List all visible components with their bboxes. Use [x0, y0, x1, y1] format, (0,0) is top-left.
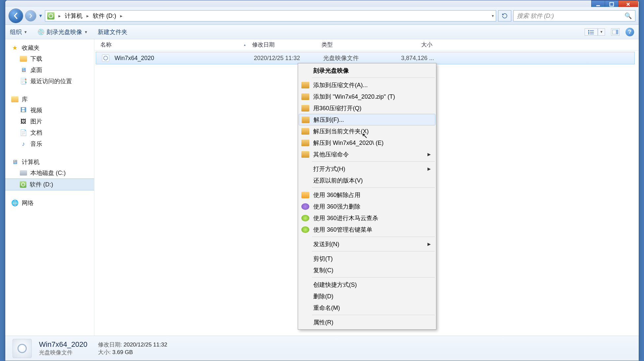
- archive-icon: [301, 105, 309, 112]
- sidebar-documents[interactable]: 📄文档: [5, 127, 94, 138]
- search-input[interactable]: 搜索 软件 (D:) 🔍: [513, 10, 635, 21]
- ctx-extract-named[interactable]: 解压到 Win7x64_2020\ (E): [299, 137, 435, 148]
- 360-icon: [301, 203, 309, 210]
- details-date: 2020/12/25 11:32: [123, 342, 167, 348]
- ctx-add-archive[interactable]: 添加到压缩文件(A)...: [299, 79, 435, 91]
- file-row[interactable]: Win7x64_2020 2020/12/25 11:32 光盘映像文件 3,8…: [96, 52, 635, 64]
- svg-rect-1: [610, 2, 613, 6]
- chevron-right-icon: ▸: [58, 13, 61, 18]
- sidebar-recent[interactable]: 📑最近访问的位置: [5, 76, 94, 87]
- col-name[interactable]: 名称▴: [100, 41, 252, 49]
- navigation-sidebar: ★收藏夹 下载 🖥桌面 📑最近访问的位置 库 🎞视频 🖼图片 📄文档 ♪音乐 🖥…: [5, 39, 94, 336]
- sidebar-drive-c[interactable]: 本地磁盘 (C:): [5, 167, 94, 179]
- col-date[interactable]: 修改日期: [252, 41, 322, 49]
- details-pane: Win7x64_2020 光盘映像文件 修改日期: 2020/12/25 11:…: [5, 336, 639, 361]
- ctx-open-with[interactable]: 打开方式(H)▶: [299, 163, 435, 175]
- help-button[interactable]: ?: [626, 28, 634, 36]
- file-type: 光盘映像文件: [323, 54, 392, 62]
- sidebar-computer[interactable]: 🖥计算机: [5, 157, 94, 167]
- sidebar-libraries[interactable]: 库: [5, 94, 94, 105]
- ctx-delete[interactable]: 删除(D): [299, 290, 435, 302]
- separator: [312, 315, 435, 315]
- chevron-right-icon: ▸: [120, 13, 122, 18]
- chevron-down-icon: ▼: [84, 30, 88, 34]
- file-size: 3,874,126 ...: [392, 55, 439, 62]
- document-icon: 📄: [20, 129, 27, 136]
- burn-disc-button[interactable]: 💿 刻录光盘映像 ▼: [37, 28, 88, 36]
- col-size[interactable]: 大小: [391, 41, 437, 49]
- ctx-burn-disc[interactable]: 刻录光盘映像: [299, 65, 435, 76]
- submenu-arrow-icon: ▶: [427, 242, 431, 246]
- ctx-open-360zip[interactable]: 用360压缩打开(Q): [299, 102, 435, 114]
- svg-rect-0: [596, 5, 600, 6]
- back-button[interactable]: [9, 9, 23, 23]
- separator: [312, 78, 435, 78]
- picture-icon: 🖼: [20, 118, 27, 125]
- ctx-add-zip[interactable]: 添加到 "Win7x64_2020.zip" (T): [299, 91, 435, 102]
- sidebar-drive-d[interactable]: 软件 (D:): [5, 179, 94, 190]
- svg-rect-9: [616, 30, 618, 34]
- organize-menu[interactable]: 组织▼: [10, 28, 27, 36]
- 360-icon: [301, 215, 309, 221]
- svg-rect-6: [588, 33, 589, 34]
- ctx-360-trojan-scan[interactable]: 使用 360进行木马云查杀: [299, 212, 435, 224]
- separator: [312, 161, 435, 162]
- breadcrumb-computer[interactable]: 计算机: [65, 12, 83, 20]
- details-type: 光盘映像文件: [39, 349, 87, 356]
- submenu-arrow-icon: ▶: [427, 166, 431, 171]
- 360-icon: [301, 226, 309, 233]
- forward-button[interactable]: [25, 10, 36, 21]
- refresh-button[interactable]: [498, 10, 511, 21]
- chevron-down-icon: ▼: [24, 30, 27, 34]
- ctx-copy[interactable]: 复制(C): [299, 264, 435, 276]
- star-icon: ★: [11, 44, 18, 51]
- sidebar-videos[interactable]: 🎞视频: [5, 105, 94, 116]
- computer-icon: 🖥: [11, 158, 18, 166]
- ctx-rename[interactable]: 重命名(M): [299, 302, 435, 313]
- submenu-arrow-icon: ▶: [427, 152, 431, 157]
- disc-icon: 💿: [37, 28, 45, 36]
- ctx-restore-version[interactable]: 还原以前的版本(V): [299, 175, 435, 186]
- ctx-360-manage-menu[interactable]: 使用 360管理右键菜单: [299, 224, 435, 235]
- sidebar-music[interactable]: ♪音乐: [5, 138, 94, 149]
- history-dropdown[interactable]: ▾: [38, 13, 43, 19]
- svg-rect-3: [590, 30, 594, 31]
- ctx-properties[interactable]: 属性(R): [299, 316, 435, 328]
- drive-icon: [20, 170, 27, 176]
- sidebar-favorites[interactable]: ★收藏夹: [5, 43, 94, 53]
- sidebar-desktop[interactable]: 🖥桌面: [5, 64, 94, 76]
- library-icon: [11, 96, 18, 102]
- details-title: Win7x64_2020: [39, 340, 87, 349]
- ctx-cut[interactable]: 剪切(T): [299, 253, 435, 264]
- navigation-bar: ▾ ▸ 计算机 ▸ 软件 (D:) ▸ ▾ 搜索 软件 (D:) 🔍: [5, 7, 639, 25]
- video-icon: 🎞: [20, 107, 27, 114]
- search-icon: 🔍: [625, 12, 632, 19]
- ctx-360-unlock[interactable]: 使用 360解除占用: [299, 189, 435, 201]
- breadcrumb-current[interactable]: 软件 (D:): [93, 12, 116, 20]
- ctx-other-zip[interactable]: 其他压缩命令▶: [299, 148, 435, 160]
- ctx-extract-to[interactable]: 解压到(F)...: [299, 114, 435, 125]
- sidebar-network[interactable]: 🌐网络: [5, 198, 94, 208]
- address-dropdown[interactable]: ▾: [492, 14, 494, 18]
- col-type[interactable]: 类型: [322, 41, 391, 49]
- file-thumbnail-icon: [13, 339, 32, 358]
- svg-rect-2: [588, 30, 589, 31]
- sidebar-pictures[interactable]: 🖼图片: [5, 116, 94, 127]
- ctx-create-shortcut[interactable]: 创建快捷方式(S): [299, 279, 435, 290]
- explorer-window: ▾ ▸ 计算机 ▸ 软件 (D:) ▸ ▾ 搜索 软件 (D:) 🔍 组织▼ 💿…: [5, 0, 639, 361]
- ctx-360-force-delete[interactable]: 使用 360强力删除: [299, 201, 435, 212]
- folder-icon: [20, 56, 27, 62]
- 360-icon: [301, 192, 309, 198]
- ctx-extract-here[interactable]: 解压到当前文件夹(X): [299, 125, 435, 137]
- archive-icon: [301, 93, 309, 100]
- view-mode-dropdown[interactable]: ▼: [598, 28, 605, 36]
- new-folder-button[interactable]: 新建文件夹: [98, 28, 127, 36]
- preview-pane-button[interactable]: [611, 28, 620, 36]
- address-bar[interactable]: ▸ 计算机 ▸ 软件 (D:) ▸ ▾: [45, 10, 496, 21]
- archive-icon: [302, 116, 310, 123]
- sidebar-downloads[interactable]: 下载: [5, 53, 94, 64]
- svg-rect-4: [588, 32, 589, 33]
- ctx-send-to[interactable]: 发送到(N)▶: [299, 238, 435, 250]
- search-placeholder: 搜索 软件 (D:): [517, 12, 554, 20]
- view-mode-button[interactable]: [585, 28, 598, 36]
